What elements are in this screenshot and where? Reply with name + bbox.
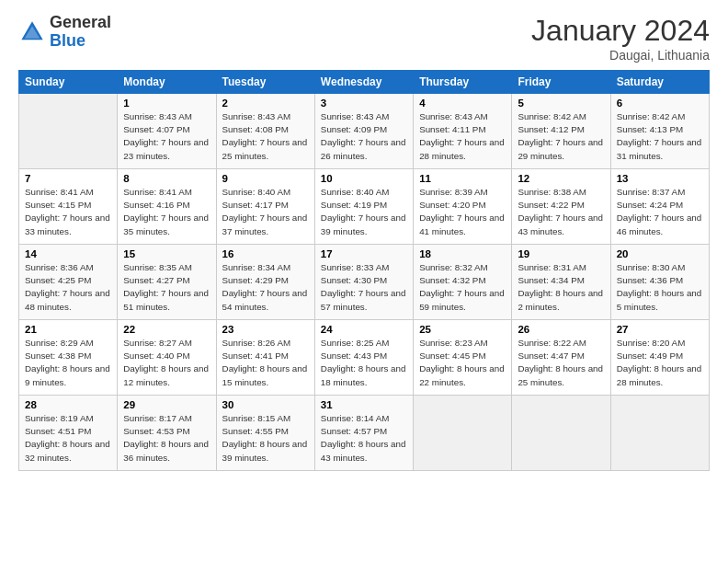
day-number: 31 (321, 399, 407, 410)
day-cell (610, 396, 709, 471)
day-number: 8 (123, 173, 210, 184)
day-info: Sunrise: 8:32 AMSunset: 4:32 PMDaylight:… (419, 261, 506, 314)
day-cell: 25Sunrise: 8:23 AMSunset: 4:45 PMDayligh… (414, 320, 512, 396)
logo-general-text: General (50, 14, 111, 32)
day-number: 26 (518, 324, 604, 335)
day-info: Sunrise: 8:40 AMSunset: 4:17 PMDaylight:… (222, 186, 309, 238)
day-cell: 2Sunrise: 8:43 AMSunset: 4:08 PMDaylight… (216, 94, 314, 169)
day-cell (414, 396, 512, 471)
day-info: Sunrise: 8:20 AMSunset: 4:49 PMDaylight:… (617, 337, 703, 389)
day-info: Sunrise: 8:22 AMSunset: 4:47 PMDaylight:… (518, 337, 604, 389)
day-cell: 15Sunrise: 8:35 AMSunset: 4:27 PMDayligh… (118, 245, 216, 320)
day-info: Sunrise: 8:36 AMSunset: 4:25 PMDaylight:… (25, 261, 111, 314)
day-number: 30 (222, 399, 309, 410)
day-cell: 10Sunrise: 8:40 AMSunset: 4:19 PMDayligh… (314, 169, 413, 245)
day-cell: 16Sunrise: 8:34 AMSunset: 4:29 PMDayligh… (216, 245, 314, 320)
day-number: 24 (321, 324, 407, 335)
week-row-1: 1Sunrise: 8:43 AMSunset: 4:07 PMDaylight… (19, 94, 710, 169)
day-number: 5 (518, 98, 604, 109)
day-cell: 17Sunrise: 8:33 AMSunset: 4:30 PMDayligh… (314, 245, 413, 320)
day-cell: 29Sunrise: 8:17 AMSunset: 4:53 PMDayligh… (118, 396, 216, 471)
day-cell: 8Sunrise: 8:41 AMSunset: 4:16 PMDaylight… (118, 169, 216, 245)
day-number: 10 (321, 173, 407, 184)
day-cell: 31Sunrise: 8:14 AMSunset: 4:57 PMDayligh… (314, 396, 413, 471)
day-number: 2 (222, 98, 309, 109)
day-cell: 26Sunrise: 8:22 AMSunset: 4:47 PMDayligh… (512, 320, 610, 396)
day-cell: 20Sunrise: 8:30 AMSunset: 4:36 PMDayligh… (610, 245, 709, 320)
location: Daugai, Lithuania (531, 48, 710, 63)
logo-text: General Blue (50, 14, 111, 51)
day-cell: 18Sunrise: 8:32 AMSunset: 4:32 PMDayligh… (414, 245, 512, 320)
day-info: Sunrise: 8:40 AMSunset: 4:19 PMDaylight:… (321, 186, 407, 238)
day-cell (19, 94, 118, 169)
page-header: General Blue January 2024 Daugai, Lithua… (18, 14, 710, 63)
day-cell: 23Sunrise: 8:26 AMSunset: 4:41 PMDayligh… (216, 320, 314, 396)
day-info: Sunrise: 8:41 AMSunset: 4:16 PMDaylight:… (123, 186, 210, 238)
day-cell: 13Sunrise: 8:37 AMSunset: 4:24 PMDayligh… (610, 169, 709, 245)
day-number: 4 (419, 98, 506, 109)
weekday-friday: Friday (512, 71, 610, 94)
day-number: 7 (25, 173, 111, 184)
day-info: Sunrise: 8:33 AMSunset: 4:30 PMDaylight:… (321, 261, 407, 314)
day-cell: 11Sunrise: 8:39 AMSunset: 4:20 PMDayligh… (414, 169, 512, 245)
day-number: 11 (419, 173, 506, 184)
day-number: 29 (123, 399, 210, 410)
day-info: Sunrise: 8:27 AMSunset: 4:40 PMDaylight:… (123, 337, 210, 389)
day-info: Sunrise: 8:42 AMSunset: 4:13 PMDaylight:… (617, 110, 703, 163)
week-row-5: 28Sunrise: 8:19 AMSunset: 4:51 PMDayligh… (19, 396, 710, 471)
logo: General Blue (18, 14, 111, 51)
day-cell: 28Sunrise: 8:19 AMSunset: 4:51 PMDayligh… (19, 396, 118, 471)
day-number: 15 (123, 248, 210, 259)
weekday-sunday: Sunday (19, 71, 118, 94)
day-number: 22 (123, 324, 210, 335)
day-info: Sunrise: 8:43 AMSunset: 4:09 PMDaylight:… (321, 110, 407, 163)
day-info: Sunrise: 8:38 AMSunset: 4:22 PMDaylight:… (518, 186, 604, 238)
day-number: 21 (25, 324, 111, 335)
week-row-2: 7Sunrise: 8:41 AMSunset: 4:15 PMDaylight… (19, 169, 710, 245)
logo-blue-text: Blue (50, 32, 111, 51)
calendar-table: SundayMondayTuesdayWednesdayThursdayFrid… (18, 70, 710, 471)
day-number: 9 (222, 173, 309, 184)
day-info: Sunrise: 8:35 AMSunset: 4:27 PMDaylight:… (123, 261, 210, 314)
day-info: Sunrise: 8:25 AMSunset: 4:43 PMDaylight:… (321, 337, 407, 389)
day-cell: 30Sunrise: 8:15 AMSunset: 4:55 PMDayligh… (216, 396, 314, 471)
day-cell: 21Sunrise: 8:29 AMSunset: 4:38 PMDayligh… (19, 320, 118, 396)
weekday-monday: Monday (118, 71, 216, 94)
day-number: 12 (518, 173, 604, 184)
day-info: Sunrise: 8:39 AMSunset: 4:20 PMDaylight:… (419, 186, 506, 238)
weekday-header-row: SundayMondayTuesdayWednesdayThursdayFrid… (19, 71, 710, 94)
day-info: Sunrise: 8:14 AMSunset: 4:57 PMDaylight:… (321, 412, 407, 465)
day-number: 16 (222, 248, 309, 259)
weekday-wednesday: Wednesday (314, 71, 413, 94)
day-number: 3 (321, 98, 407, 109)
day-number: 18 (419, 248, 506, 259)
weekday-saturday: Saturday (610, 71, 709, 94)
title-block: January 2024 Daugai, Lithuania (531, 14, 710, 63)
month-year: January 2024 (531, 14, 710, 48)
day-cell: 7Sunrise: 8:41 AMSunset: 4:15 PMDaylight… (19, 169, 118, 245)
day-number: 25 (419, 324, 506, 335)
day-info: Sunrise: 8:34 AMSunset: 4:29 PMDaylight:… (222, 261, 309, 314)
day-cell: 5Sunrise: 8:42 AMSunset: 4:12 PMDaylight… (512, 94, 610, 169)
day-cell: 22Sunrise: 8:27 AMSunset: 4:40 PMDayligh… (118, 320, 216, 396)
day-info: Sunrise: 8:43 AMSunset: 4:11 PMDaylight:… (419, 110, 506, 163)
day-number: 20 (617, 248, 703, 259)
day-cell: 4Sunrise: 8:43 AMSunset: 4:11 PMDaylight… (414, 94, 512, 169)
day-cell (512, 396, 610, 471)
day-info: Sunrise: 8:26 AMSunset: 4:41 PMDaylight:… (222, 337, 309, 389)
day-info: Sunrise: 8:23 AMSunset: 4:45 PMDaylight:… (419, 337, 506, 389)
day-info: Sunrise: 8:42 AMSunset: 4:12 PMDaylight:… (518, 110, 604, 163)
weekday-thursday: Thursday (414, 71, 512, 94)
day-info: Sunrise: 8:29 AMSunset: 4:38 PMDaylight:… (25, 337, 111, 389)
day-number: 23 (222, 324, 309, 335)
day-cell: 24Sunrise: 8:25 AMSunset: 4:43 PMDayligh… (314, 320, 413, 396)
day-info: Sunrise: 8:19 AMSunset: 4:51 PMDaylight:… (25, 412, 111, 465)
day-info: Sunrise: 8:41 AMSunset: 4:15 PMDaylight:… (25, 186, 111, 238)
day-number: 28 (25, 399, 111, 410)
week-row-3: 14Sunrise: 8:36 AMSunset: 4:25 PMDayligh… (19, 245, 710, 320)
day-cell: 1Sunrise: 8:43 AMSunset: 4:07 PMDaylight… (118, 94, 216, 169)
day-cell: 6Sunrise: 8:42 AMSunset: 4:13 PMDaylight… (610, 94, 709, 169)
day-number: 13 (617, 173, 703, 184)
weekday-tuesday: Tuesday (216, 71, 314, 94)
day-number: 6 (617, 98, 703, 109)
